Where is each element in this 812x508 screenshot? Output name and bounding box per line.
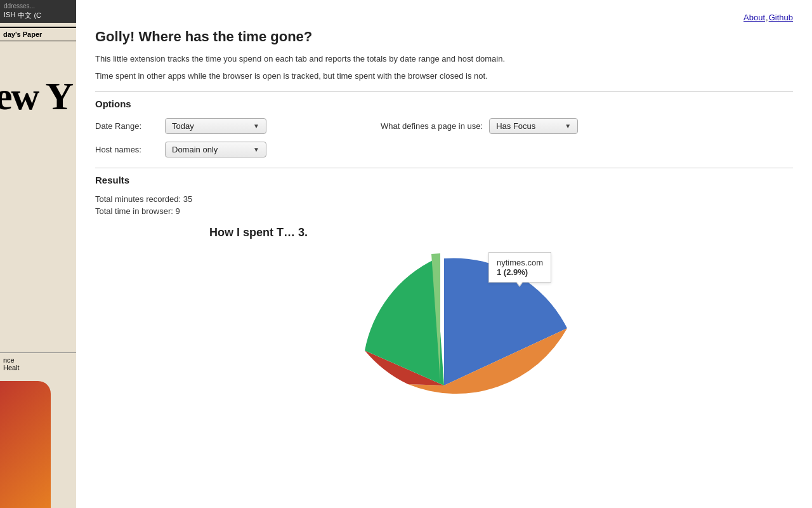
pie-segment-green: [365, 259, 444, 385]
results-section: Results Total minutes recorded: 35 Total…: [95, 175, 793, 216]
sidebar-decoration: [0, 381, 51, 508]
chart-title: How I spent T… 3.: [209, 226, 308, 239]
date-range-arrow-icon: ▼: [253, 123, 259, 130]
host-names-select[interactable]: Domain only ▼: [165, 142, 266, 157]
sidebar-address: ddresses...: [4, 3, 72, 10]
pie-chart: [254, 239, 634, 398]
sidebar-lang-cn: 中文 (C: [18, 11, 41, 20]
total-time: Total time in browser: 9: [95, 206, 793, 216]
options-section: Options Date Range: Today ▼ What defines…: [95, 98, 793, 157]
header-links: About , Github: [743, 13, 793, 22]
page-description-line2: Time spent in other apps while the brows…: [95, 70, 761, 83]
date-range-select[interactable]: Today ▼: [165, 118, 266, 134]
divider-2: [95, 168, 793, 168]
total-minutes: Total minutes recorded: 35: [95, 194, 793, 204]
link-separator: ,: [766, 13, 768, 22]
sidebar-lang-ish: ISH: [4, 11, 15, 20]
chart-area: nytimes.com 1 (2.9%): [254, 239, 634, 398]
results-title: Results: [95, 175, 793, 185]
chart-title-prefix: How I spent T: [209, 226, 284, 239]
tooltip-domain: nytimes.com: [497, 258, 543, 267]
newspaper-masthead: ew Y: [0, 76, 72, 116]
what-defines-label: What defines a page in use:: [381, 121, 483, 131]
what-defines-value: Has Focus: [496, 121, 535, 131]
sidebar-bottom-nav: nce Healt: [0, 352, 76, 375]
host-names-value: Domain only: [172, 145, 218, 154]
date-range-group: Date Range: Today ▼: [95, 118, 266, 134]
sidebar-nav: ddresses... ISH 中文 (C: [0, 0, 76, 23]
sidebar-bottom-nav-item-2: Healt: [3, 364, 73, 371]
date-range-value: Today: [172, 121, 194, 131]
options-row-1: Date Range: Today ▼ What defines a page …: [95, 118, 793, 134]
header: About , Github: [95, 13, 793, 22]
options-grid: Date Range: Today ▼ What defines a page …: [95, 118, 793, 157]
sidebar-bottom-nav-item-1: nce: [3, 356, 73, 364]
what-defines-arrow-icon: ▼: [565, 123, 571, 130]
chart-tooltip: nytimes.com 1 (2.9%): [488, 252, 551, 283]
host-names-arrow-icon: ▼: [253, 146, 259, 153]
chart-container: How I spent T… 3. nytimes.com 1 (2.9%): [95, 226, 793, 398]
what-defines-group: What defines a page in use: Has Focus ▼: [381, 118, 578, 134]
main-content: About , Github Golly! Where has the time…: [76, 0, 812, 508]
sidebar-paper-label: day's Paper: [3, 30, 73, 38]
date-range-label: Date Range:: [95, 121, 159, 131]
sidebar: ddresses... ISH 中文 (C ew Y day's Paper n…: [0, 0, 76, 508]
page-title: Golly! Where has the time gone?: [95, 29, 793, 45]
chart-title-suffix: 3.: [298, 226, 308, 239]
sidebar-lang: ISH 中文 (C: [4, 11, 72, 20]
sidebar-paper-section: day's Paper: [0, 27, 76, 41]
what-defines-select[interactable]: Has Focus ▼: [489, 118, 578, 134]
options-title: Options: [95, 98, 793, 109]
host-names-label: Host names:: [95, 145, 159, 154]
divider-1: [95, 91, 793, 92]
page-description-line1: This little extension tracks the time yo…: [95, 53, 761, 65]
tooltip-value: 1 (2.9%): [497, 267, 543, 277]
host-names-group: Host names: Domain only ▼: [95, 142, 793, 157]
github-link[interactable]: Github: [769, 13, 793, 22]
about-link[interactable]: About: [743, 13, 765, 22]
chart-title-row: How I spent T… 3.: [209, 226, 308, 239]
